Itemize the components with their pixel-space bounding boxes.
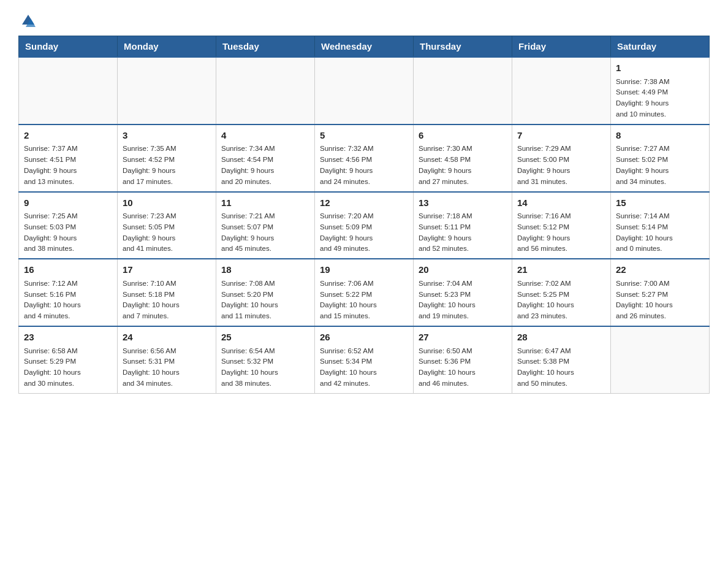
day-number: 22 <box>616 263 704 277</box>
calendar-cell: 10Sunrise: 7:23 AM Sunset: 5:05 PM Dayli… <box>118 192 216 259</box>
day-number: 16 <box>24 263 112 277</box>
day-info: Sunrise: 6:47 AM Sunset: 5:38 PM Dayligh… <box>517 346 605 389</box>
calendar-cell <box>118 57 216 124</box>
weekday-header-row: SundayMondayTuesdayWednesdayThursdayFrid… <box>19 36 710 58</box>
calendar-cell: 27Sunrise: 6:50 AM Sunset: 5:36 PM Dayli… <box>414 326 512 393</box>
weekday-header-monday: Monday <box>118 36 216 58</box>
day-number: 5 <box>320 129 408 143</box>
calendar-cell: 2Sunrise: 7:37 AM Sunset: 4:51 PM Daylig… <box>19 124 118 192</box>
calendar-cell <box>315 57 414 124</box>
day-info: Sunrise: 7:29 AM Sunset: 5:00 PM Dayligh… <box>517 144 605 187</box>
day-number: 8 <box>616 129 704 143</box>
day-info: Sunrise: 7:10 AM Sunset: 5:18 PM Dayligh… <box>123 278 211 322</box>
calendar-cell: 16Sunrise: 7:12 AM Sunset: 5:16 PM Dayli… <box>19 259 118 326</box>
day-number: 20 <box>419 263 507 277</box>
logo <box>18 12 38 29</box>
day-number: 13 <box>419 196 507 210</box>
calendar-cell: 4Sunrise: 7:34 AM Sunset: 4:54 PM Daylig… <box>216 124 315 192</box>
calendar-cell: 1Sunrise: 7:38 AM Sunset: 4:49 PM Daylig… <box>611 57 710 124</box>
calendar-cell: 15Sunrise: 7:14 AM Sunset: 5:14 PM Dayli… <box>611 192 710 259</box>
calendar-cell: 14Sunrise: 7:16 AM Sunset: 5:12 PM Dayli… <box>512 192 611 259</box>
weekday-header-wednesday: Wednesday <box>315 36 414 58</box>
calendar-cell: 26Sunrise: 6:52 AM Sunset: 5:34 PM Dayli… <box>315 326 414 393</box>
day-number: 19 <box>320 263 408 277</box>
calendar-body: 1Sunrise: 7:38 AM Sunset: 4:49 PM Daylig… <box>19 57 710 393</box>
weekday-header-friday: Friday <box>512 36 611 58</box>
calendar-cell: 21Sunrise: 7:02 AM Sunset: 5:25 PM Dayli… <box>512 259 611 326</box>
day-info: Sunrise: 7:20 AM Sunset: 5:09 PM Dayligh… <box>320 211 408 255</box>
calendar-cell: 9Sunrise: 7:25 AM Sunset: 5:03 PM Daylig… <box>19 192 118 259</box>
weekday-header-tuesday: Tuesday <box>216 36 315 58</box>
calendar-table: SundayMondayTuesdayWednesdayThursdayFrid… <box>18 36 710 394</box>
calendar-cell: 20Sunrise: 7:04 AM Sunset: 5:23 PM Dayli… <box>414 259 512 326</box>
weekday-header-sunday: Sunday <box>19 36 118 58</box>
calendar-cell: 18Sunrise: 7:08 AM Sunset: 5:20 PM Dayli… <box>216 259 315 326</box>
calendar-week-row: 1Sunrise: 7:38 AM Sunset: 4:49 PM Daylig… <box>19 57 710 124</box>
calendar-cell: 8Sunrise: 7:27 AM Sunset: 5:02 PM Daylig… <box>611 124 710 192</box>
calendar-cell <box>216 57 315 124</box>
day-info: Sunrise: 7:04 AM Sunset: 5:23 PM Dayligh… <box>419 278 507 322</box>
calendar-week-row: 16Sunrise: 7:12 AM Sunset: 5:16 PM Dayli… <box>19 259 710 326</box>
day-info: Sunrise: 7:16 AM Sunset: 5:12 PM Dayligh… <box>517 211 605 255</box>
calendar-cell: 17Sunrise: 7:10 AM Sunset: 5:18 PM Dayli… <box>118 259 216 326</box>
calendar-cell: 28Sunrise: 6:47 AM Sunset: 5:38 PM Dayli… <box>512 326 611 393</box>
weekday-header-thursday: Thursday <box>414 36 512 58</box>
day-number: 4 <box>221 129 309 143</box>
calendar-cell <box>414 57 512 124</box>
page-header <box>18 12 710 29</box>
day-info: Sunrise: 7:14 AM Sunset: 5:14 PM Dayligh… <box>616 211 704 255</box>
day-info: Sunrise: 7:27 AM Sunset: 5:02 PM Dayligh… <box>616 144 704 187</box>
day-number: 1 <box>616 61 704 75</box>
calendar-header: SundayMondayTuesdayWednesdayThursdayFrid… <box>19 36 710 58</box>
day-info: Sunrise: 7:25 AM Sunset: 5:03 PM Dayligh… <box>24 211 112 255</box>
day-number: 25 <box>221 331 309 345</box>
day-info: Sunrise: 7:38 AM Sunset: 4:49 PM Dayligh… <box>616 77 704 120</box>
day-number: 3 <box>123 129 211 143</box>
weekday-header-saturday: Saturday <box>611 36 710 58</box>
day-info: Sunrise: 6:58 AM Sunset: 5:29 PM Dayligh… <box>24 346 112 389</box>
day-number: 18 <box>221 263 309 277</box>
calendar-cell: 23Sunrise: 6:58 AM Sunset: 5:29 PM Dayli… <box>19 326 118 393</box>
day-number: 12 <box>320 196 408 210</box>
calendar-cell: 22Sunrise: 7:00 AM Sunset: 5:27 PM Dayli… <box>611 259 710 326</box>
day-number: 24 <box>123 331 211 345</box>
calendar-cell <box>611 326 710 393</box>
day-number: 14 <box>517 196 605 210</box>
calendar-cell: 7Sunrise: 7:29 AM Sunset: 5:00 PM Daylig… <box>512 124 611 192</box>
calendar-cell: 25Sunrise: 6:54 AM Sunset: 5:32 PM Dayli… <box>216 326 315 393</box>
day-info: Sunrise: 6:54 AM Sunset: 5:32 PM Dayligh… <box>221 346 309 389</box>
calendar-cell: 24Sunrise: 6:56 AM Sunset: 5:31 PM Dayli… <box>118 326 216 393</box>
calendar-cell: 12Sunrise: 7:20 AM Sunset: 5:09 PM Dayli… <box>315 192 414 259</box>
day-info: Sunrise: 7:06 AM Sunset: 5:22 PM Dayligh… <box>320 278 408 322</box>
day-info: Sunrise: 7:12 AM Sunset: 5:16 PM Dayligh… <box>24 278 112 322</box>
day-number: 28 <box>517 331 605 345</box>
logo-icon <box>20 12 37 29</box>
calendar-cell: 5Sunrise: 7:32 AM Sunset: 4:56 PM Daylig… <box>315 124 414 192</box>
calendar-cell <box>512 57 611 124</box>
day-info: Sunrise: 6:56 AM Sunset: 5:31 PM Dayligh… <box>123 346 211 389</box>
day-info: Sunrise: 7:35 AM Sunset: 4:52 PM Dayligh… <box>123 144 211 187</box>
day-info: Sunrise: 7:34 AM Sunset: 4:54 PM Dayligh… <box>221 144 309 187</box>
day-info: Sunrise: 7:08 AM Sunset: 5:20 PM Dayligh… <box>221 278 309 322</box>
day-number: 6 <box>419 129 507 143</box>
calendar-cell: 19Sunrise: 7:06 AM Sunset: 5:22 PM Dayli… <box>315 259 414 326</box>
day-number: 26 <box>320 331 408 345</box>
calendar-cell: 3Sunrise: 7:35 AM Sunset: 4:52 PM Daylig… <box>118 124 216 192</box>
day-number: 17 <box>123 263 211 277</box>
day-number: 9 <box>24 196 112 210</box>
calendar-week-row: 2Sunrise: 7:37 AM Sunset: 4:51 PM Daylig… <box>19 124 710 192</box>
day-info: Sunrise: 6:50 AM Sunset: 5:36 PM Dayligh… <box>419 346 507 389</box>
calendar-week-row: 9Sunrise: 7:25 AM Sunset: 5:03 PM Daylig… <box>19 192 710 259</box>
calendar-cell: 11Sunrise: 7:21 AM Sunset: 5:07 PM Dayli… <box>216 192 315 259</box>
day-info: Sunrise: 7:30 AM Sunset: 4:58 PM Dayligh… <box>419 144 507 187</box>
day-number: 21 <box>517 263 605 277</box>
day-info: Sunrise: 7:23 AM Sunset: 5:05 PM Dayligh… <box>123 211 211 255</box>
calendar-cell: 13Sunrise: 7:18 AM Sunset: 5:11 PM Dayli… <box>414 192 512 259</box>
day-info: Sunrise: 7:37 AM Sunset: 4:51 PM Dayligh… <box>24 144 112 187</box>
day-number: 10 <box>123 196 211 210</box>
calendar-week-row: 23Sunrise: 6:58 AM Sunset: 5:29 PM Dayli… <box>19 326 710 393</box>
day-info: Sunrise: 6:52 AM Sunset: 5:34 PM Dayligh… <box>320 346 408 389</box>
day-info: Sunrise: 7:21 AM Sunset: 5:07 PM Dayligh… <box>221 211 309 255</box>
day-number: 23 <box>24 331 112 345</box>
day-info: Sunrise: 7:02 AM Sunset: 5:25 PM Dayligh… <box>517 278 605 322</box>
